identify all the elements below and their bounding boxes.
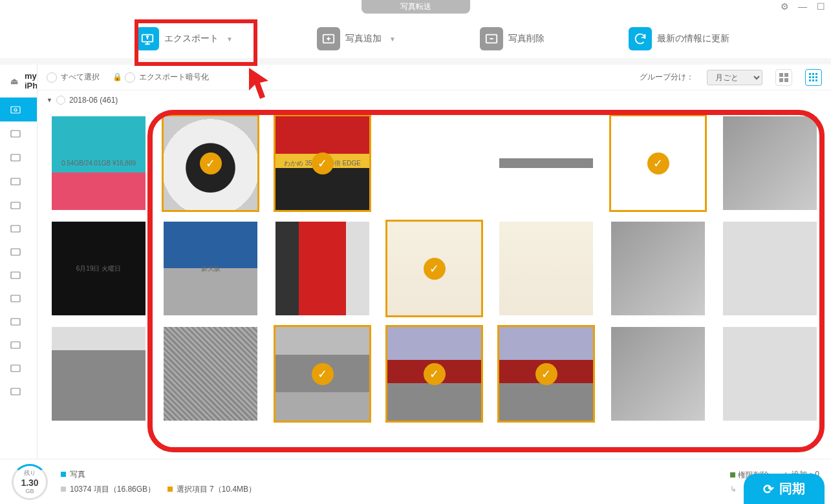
sidebar-item[interactable]: カメラロール (10374) [0,98,37,121]
svg-rect-27 [809,79,811,81]
sidebar-item[interactable]: DJI Works (0) [0,357,37,380]
photo-thumbnail[interactable]: ✓ [387,222,481,315]
footer-legend: 写真 10374 項目（16.86GB） 選択項目 7（10.4MB） [61,469,256,495]
device-header[interactable]: ⏏ my-iPhone [0,65,37,98]
photo-thumbnail[interactable] [275,222,369,315]
photo-thumbnail[interactable] [723,116,817,210]
photos-label: 写真 [70,469,85,480]
photo-thumbnail[interactable]: ✓ [387,327,481,421]
storage-value: 1.30 [21,478,38,488]
sidebar-item[interactable]: パノラマ (19) [0,145,37,169]
selected-check-icon: ✓ [424,363,446,385]
sidebar-item[interactable]: Clips (0) [0,264,37,287]
main-area: ⏏ my-iPhone カメラロール (10374)セルフィー (86)パノラマ… [0,65,831,459]
selected-check-icon: ✓ [647,152,669,174]
svg-rect-7 [11,178,20,185]
refresh-label: 最新の情報に更新 [657,33,729,45]
svg-rect-16 [11,388,20,395]
sidebar: ⏏ my-iPhone カメラロール (10374)セルフィー (86)パノラマ… [0,65,38,459]
svg-rect-17 [779,73,783,77]
photo-thumbnail[interactable]: ✓ [611,116,705,210]
sidebar-item[interactable]: DJI VISION (0) [0,333,37,357]
content: すべて選択 🔒エクスポート暗号化 グループ分け： 月ごと ▼ 2018-06 (… [38,65,831,459]
sidebar-item[interactable]: 360cam Photos (0) [0,217,37,240]
export-label: エクスポート [164,33,219,45]
window-title: 写真転送 [362,0,470,14]
svg-rect-14 [11,342,20,348]
sidebar-item[interactable]: CARPTURE FOR… (0) [0,240,37,264]
svg-rect-21 [809,73,811,75]
photo-thumbnail[interactable]: 0.54GB/24.01GB ¥16,889 [52,116,146,210]
sidebar-item[interactable]: DJI Import (0) [0,310,37,333]
chevron-down-icon: ▼ [389,36,396,43]
photo-thumbnail[interactable] [611,327,705,421]
export-button[interactable]: エクスポート ▼ [136,27,233,50]
album-icon [10,129,21,139]
filter-bar: すべて選択 🔒エクスポート暗号化 グループ分け： 月ごと [38,65,831,90]
svg-rect-12 [11,295,20,302]
photo-thumbnail[interactable]: 新大阪 [164,222,257,315]
svg-rect-24 [809,76,811,78]
group-by-select[interactable]: 月ごと [707,70,762,85]
album-icon [10,317,21,327]
album-icon [10,152,21,163]
maximize-icon[interactable]: ☐ [814,0,827,13]
group-checkbox[interactable] [56,96,65,105]
album-icon [10,224,21,234]
photo-thumbnail[interactable]: 6月19日 火曜日 [52,222,146,315]
photo-thumbnail[interactable]: ✓ [164,116,257,210]
svg-rect-26 [815,76,817,78]
minimize-icon[interactable]: — [796,0,809,13]
svg-rect-5 [11,131,20,137]
group-header[interactable]: ▼ 2018-06 (461) [38,90,831,110]
sync-icon: ⟳ [763,481,774,497]
sidebar-item[interactable]: FLIR ONE (1) [0,380,37,403]
photo-thumbnail[interactable]: ✓ [499,327,593,421]
sidebar-item[interactable]: セルフィー (86) [0,121,37,145]
sync-label: 同期 [779,480,805,498]
thumb-text: 0.54GB/24.01GB ¥16,889 [59,157,138,169]
photo-thumbnail[interactable] [164,327,257,421]
photo-thumbnail[interactable] [723,222,817,315]
window-controls: ⚙ — ☐ [778,0,827,13]
add-photo-icon [317,27,340,50]
svg-rect-3 [11,107,20,113]
selected-check-icon: ✓ [312,363,334,385]
photo-thumbnail[interactable]: ✓ [275,327,369,421]
selected-check-icon: ✓ [312,152,334,174]
view-large-button[interactable] [775,69,792,86]
eject-icon: ⏏ [10,76,18,86]
sidebar-item[interactable]: Crop on the Fly (0) [0,287,37,310]
delete-photo-button[interactable]: 写真削除 [480,27,545,50]
svg-rect-18 [784,73,788,77]
encrypt-export-checkbox[interactable]: 🔒エクスポート暗号化 [113,72,209,83]
photo-thumbnail[interactable] [499,222,593,315]
photo-thumbnail[interactable] [499,116,593,210]
photo-thumbnail[interactable] [611,222,705,315]
svg-point-4 [14,109,17,111]
photo-thumbnail[interactable] [387,116,481,210]
refresh-button[interactable]: 最新の情報に更新 [629,27,729,50]
album-icon [10,105,21,115]
sidebar-item[interactable]: スクリーンショット (1085) [0,193,37,217]
album-icon [10,340,21,350]
svg-rect-23 [815,73,817,75]
album-icon [10,176,21,187]
lock-icon: 🔒 [113,72,122,81]
svg-rect-20 [784,78,788,82]
photo-thumbnail[interactable]: わかめ 35周年3.5倍 EDGE✓ [275,116,369,210]
group-title: 2018-06 (461) [69,96,118,105]
select-all-checkbox[interactable]: すべて選択 [47,72,100,83]
gear-icon[interactable]: ⚙ [778,0,791,13]
toolbar: エクスポート ▼ 写真追加 ▼ 写真削除 最新の情報に更新 [0,19,831,58]
sidebar-item[interactable]: 連続撮影 (292) [0,169,37,193]
sync-button[interactable]: ⟳ 同期 [744,474,825,504]
selected-check-icon: ✓ [200,152,222,174]
collapse-icon: ▼ [47,97,52,103]
svg-rect-29 [815,79,817,81]
photo-thumbnail[interactable] [723,327,817,421]
add-photo-button[interactable]: 写真追加 ▼ [317,27,396,50]
view-small-button[interactable] [805,69,822,86]
photo-thumbnail[interactable] [52,327,146,421]
svg-rect-19 [779,78,783,82]
